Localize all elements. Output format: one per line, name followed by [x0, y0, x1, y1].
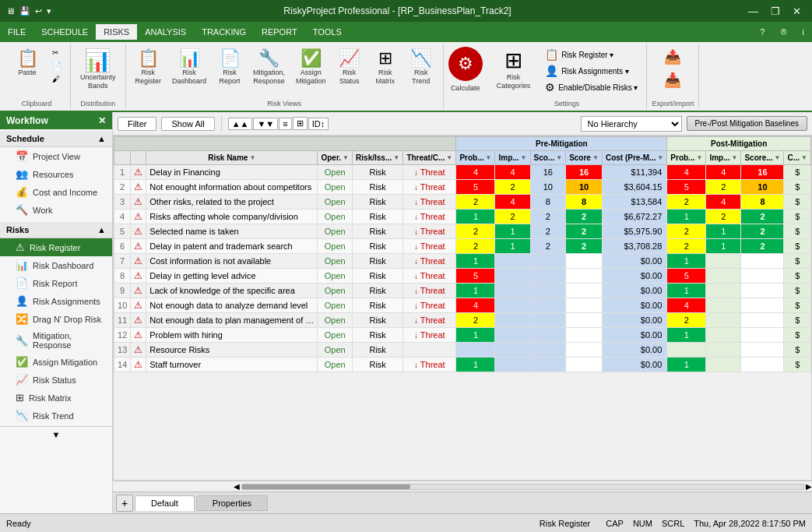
table-row[interactable]: 6⚠Delay in patent and trademark searchOp…: [114, 239, 811, 254]
sidebar-scroll-down[interactable]: ▼: [0, 426, 112, 442]
tab-properties[interactable]: Properties: [196, 495, 268, 511]
risk-matrix-ribbon-button[interactable]: ⊞ RiskMatrix: [368, 47, 402, 89]
table-row[interactable]: 13⚠Resource RisksOpenRisk$0.00$: [114, 343, 811, 358]
risk-name-cell[interactable]: Other risks, related to the project: [146, 195, 318, 210]
col-oper[interactable]: Oper. ▼: [318, 151, 353, 165]
export-button[interactable]: 📤: [660, 47, 685, 67]
hierarchy-select[interactable]: No Hierarchy By Category By Resource By …: [581, 116, 682, 132]
menu-file[interactable]: FILE: [0, 24, 33, 40]
risk-register-sm-button[interactable]: 📋 Risk Register ▾: [541, 47, 642, 62]
table-row[interactable]: 11⚠Not enough data to plan management of…: [114, 313, 811, 328]
table-row[interactable]: 12⚠Problem with hiringOpenRisk↓ Threat1$…: [114, 328, 811, 343]
col-prob[interactable]: Prob... ▼: [456, 151, 495, 165]
sidebar-item-work[interactable]: 🔨 Work: [0, 201, 112, 219]
risk-name-cell[interactable]: Delay in getting level advice: [146, 269, 318, 284]
risk-name-cell[interactable]: Not enough data to analyze demand level: [146, 298, 318, 313]
risk-name-cell[interactable]: Staff turnover: [146, 358, 318, 372]
minimize-button[interactable]: —: [743, 5, 763, 17]
col-post-c[interactable]: C... ▼: [784, 151, 811, 165]
col-post-score[interactable]: Score... ▼: [741, 151, 784, 165]
help-question[interactable]: ?: [752, 24, 772, 40]
menu-risks[interactable]: RISKS: [96, 24, 137, 40]
maximize-button[interactable]: ❐: [766, 5, 785, 17]
filter-collapse-button[interactable]: ≡: [279, 118, 291, 130]
table-row[interactable]: 4⚠Risks affecting whole company/division…: [114, 210, 811, 224]
risk-trend-ribbon-button[interactable]: 📉 RiskTrend: [404, 47, 438, 89]
table-row[interactable]: 5⚠Selected name is takenOpenRisk↓ Threat…: [114, 224, 811, 239]
table-row[interactable]: 7⚠Cost information is not availableOpenR…: [114, 254, 811, 269]
risk-name-cell[interactable]: Delay in patent and trademark search: [146, 239, 318, 254]
sidebar-item-mitigation[interactable]: 🔧 Mitigation, Response: [0, 328, 112, 353]
risk-dashboard-ribbon-button[interactable]: 📊 RiskDashboard: [167, 47, 211, 89]
risk-categories-button[interactable]: ⊞ RiskCategories: [492, 47, 536, 93]
col-score[interactable]: Score ▼: [566, 151, 603, 165]
enable-disable-button[interactable]: ⚙ Enable/Disable Risks ▾: [541, 79, 642, 95]
menu-tools[interactable]: TOOLS: [305, 24, 350, 40]
sidebar-item-risk-report[interactable]: 📄 Risk Report: [0, 274, 112, 292]
risk-table-container[interactable]: Pre-Mitigation Post-Mitigation Risk Name…: [113, 136, 812, 481]
sidebar-item-risk-matrix[interactable]: ⊞ Risk Matrix: [0, 389, 112, 407]
add-tab-button[interactable]: +: [116, 495, 133, 512]
risks-section-header[interactable]: Risks ▲: [0, 222, 112, 238]
copy-button[interactable]: 📄: [48, 60, 65, 72]
sidebar-item-drag-drop[interactable]: 🔀 Drag N' Drop Risk: [0, 310, 112, 328]
risk-name-cell[interactable]: Selected name is taken: [146, 224, 318, 239]
close-button[interactable]: ✕: [788, 5, 806, 17]
table-row[interactable]: 14⚠Staff turnoverOpenRisk↓ Threat1$0.001…: [114, 358, 811, 372]
risk-name-cell[interactable]: Resource Risks: [146, 343, 318, 358]
risk-name-cell[interactable]: Lack of knowledge of the specific area: [146, 284, 318, 298]
scroll-left-icon[interactable]: ◀: [234, 482, 240, 491]
col-cost[interactable]: Cost (Pre-M... ▼: [602, 151, 666, 165]
table-row[interactable]: 2⚠Not enought information about competit…: [114, 180, 811, 195]
table-row[interactable]: 3⚠Other risks, related to the projectOpe…: [114, 195, 811, 210]
quick-access-undo[interactable]: ↩: [35, 6, 42, 16]
col-sco[interactable]: Sco... ▼: [530, 151, 566, 165]
paste-button[interactable]: 📋 Paste: [8, 47, 47, 80]
col-risk-name[interactable]: Risk Name ▼: [146, 151, 318, 165]
sidebar-item-risk-register[interactable]: ⚠ Risk Register: [0, 238, 112, 256]
risk-assignments-sm-button[interactable]: 👤 Risk Assignments ▾: [541, 63, 642, 79]
filter-up-button[interactable]: ▲▲: [228, 118, 253, 130]
risk-name-cell[interactable]: Cost information is not available: [146, 254, 318, 269]
sidebar-close-icon[interactable]: ✕: [98, 115, 106, 126]
risk-register-ribbon-button[interactable]: 📋 RiskRegister: [131, 47, 167, 89]
filter-down-button[interactable]: ▼▼: [253, 118, 278, 130]
menu-tracking[interactable]: TRACKING: [194, 24, 254, 40]
risk-report-ribbon-button[interactable]: 📄 RiskReport: [213, 47, 247, 89]
format-button[interactable]: 🖌: [48, 73, 65, 85]
table-row[interactable]: 1⚠Delay in FinancingOpenRisk↓ Threat4416…: [114, 165, 811, 180]
pre-post-button[interactable]: Pre-/Post Mitigation Baselines: [687, 116, 807, 131]
sidebar-item-risk-trend[interactable]: 📉 Risk Trend: [0, 407, 112, 425]
schedule-section-header[interactable]: Schedule ▲: [0, 131, 112, 147]
horizontal-scrollbar[interactable]: ◀ ▶: [113, 481, 812, 491]
filter-expand-button[interactable]: ⊞: [293, 117, 308, 130]
risk-status-ribbon-button[interactable]: 📈 RiskStatus: [332, 47, 367, 89]
help-info[interactable]: i: [795, 24, 812, 40]
calculate-button[interactable]: ⚙ Calculate: [448, 47, 483, 93]
filter-button[interactable]: Filter: [118, 117, 156, 131]
assign-mitigation-ribbon-button[interactable]: ✅ AssignMitigation: [291, 47, 331, 89]
sidebar-item-risk-status[interactable]: 📈 Risk Status: [0, 371, 112, 389]
help-register[interactable]: ®: [772, 24, 794, 40]
quick-access-save[interactable]: 💾: [19, 6, 30, 16]
show-all-button[interactable]: Show All: [161, 117, 214, 131]
import-button[interactable]: 📥: [660, 70, 685, 90]
menu-report[interactable]: REPORT: [254, 24, 305, 40]
scroll-thumb[interactable]: [242, 484, 410, 489]
menu-analysis[interactable]: ANALYSIS: [137, 24, 194, 40]
sidebar-item-resources[interactable]: 👥 Resources: [0, 165, 112, 183]
sidebar-item-cost-income[interactable]: 💰 Cost and Income: [0, 183, 112, 201]
cut-button[interactable]: ✂: [48, 47, 65, 58]
table-row[interactable]: 10⚠Not enough data to analyze demand lev…: [114, 298, 811, 313]
scroll-right-icon[interactable]: ▶: [806, 482, 812, 491]
tab-default[interactable]: Default: [135, 495, 195, 511]
uncertainty-bands-button[interactable]: 📊 UncertaintyBands: [76, 47, 121, 93]
risk-name-cell[interactable]: Delay in Financing: [146, 165, 318, 180]
table-row[interactable]: 8⚠Delay in getting level adviceOpenRisk↓…: [114, 269, 811, 284]
filter-id-button[interactable]: ID↕: [308, 118, 329, 130]
sidebar-item-risk-dashboard[interactable]: 📊 Risk Dashboard: [0, 256, 112, 274]
risk-name-cell[interactable]: Problem with hiring: [146, 328, 318, 343]
col-risk-iss[interactable]: Risk/Iss... ▼: [353, 151, 403, 165]
table-row[interactable]: 9⚠Lack of knowledge of the specific area…: [114, 284, 811, 298]
menu-schedule[interactable]: SCHEDULE: [33, 24, 96, 40]
